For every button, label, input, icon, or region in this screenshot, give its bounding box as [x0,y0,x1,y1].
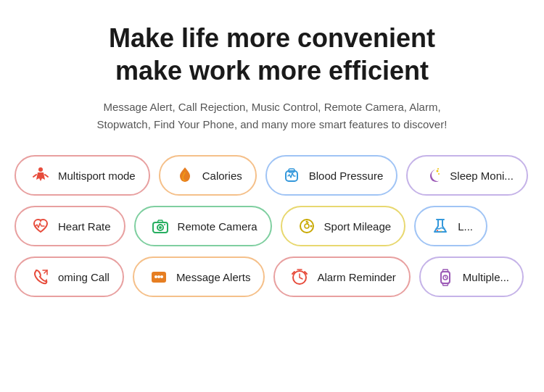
multisport-icon [29,164,52,187]
sportmileage-label: Sport Mileage [324,220,392,233]
pill-remotecamera[interactable]: Remote Camera [134,206,272,246]
svg-point-5 [437,168,439,170]
incomingcall-label: oming Call [58,271,110,283]
remotecamera-icon [149,214,172,238]
features-section: Multisport mode Calories [15,155,529,297]
features-row-1: Multisport mode Calories [15,155,529,196]
lab-label: L... [458,220,473,233]
svg-point-15 [440,230,442,232]
svg-point-18 [157,275,160,278]
svg-point-8 [159,226,162,229]
bloodpressure-icon [280,164,303,187]
svg-point-17 [154,275,157,278]
features-row-3: oming Call Message Alerts [15,257,529,297]
calories-label: Calories [202,170,242,182]
heartrate-label: Heart Rate [58,220,111,233]
svg-point-3 [437,170,439,172]
sportmileage-icon [295,214,318,238]
svg-point-13 [310,225,312,228]
multiple-label: Multiple... [463,271,509,283]
alarm-label: Alarm Reminder [317,271,395,283]
pill-alarm[interactable]: Alarm Reminder [273,257,410,297]
pill-heartrate[interactable]: Heart Rate [15,206,125,246]
headline: Make life more convenient make work more… [109,22,435,87]
svg-point-14 [437,230,438,231]
incomingcall-icon [29,265,52,288]
svg-point-4 [438,173,440,175]
svg-point-19 [160,275,163,278]
messagealerts-label: Message Alerts [176,271,251,283]
pill-lab[interactable]: L... [414,206,487,246]
multiple-icon [434,265,457,288]
lab-icon [429,214,452,238]
pill-multisport[interactable]: Multisport mode [15,155,150,196]
remotecamera-label: Remote Camera [178,220,257,233]
page: Make life more convenient make work more… [0,0,544,392]
alarm-icon [288,265,311,288]
pill-bloodpressure[interactable]: Blood Pressure [265,155,398,196]
messagealerts-icon [147,265,170,288]
svg-point-9 [164,224,165,225]
bloodpressure-label: Blood Pressure [309,170,384,182]
sleep-icon [421,164,444,187]
multisport-label: Multisport mode [58,170,136,182]
svg-point-11 [305,224,309,228]
svg-point-0 [38,167,43,172]
subtext: Message Alert, Call Rejection, Music Con… [83,99,461,133]
pill-sleep[interactable]: Sleep Moni... [406,155,528,196]
pill-incomingcall[interactable]: oming Call [15,257,124,297]
features-row-2: Heart Rate Remote Camera [15,206,529,246]
sleep-label: Sleep Moni... [450,170,514,182]
headline-line2: make work more efficient [115,56,429,86]
calories-icon [173,164,197,187]
pill-calories[interactable]: Calories [159,155,257,196]
pill-sportmileage[interactable]: Sport Mileage [281,206,406,246]
pill-multiple[interactable]: Multiple... [419,257,524,297]
pill-messagealerts[interactable]: Message Alerts [133,257,265,297]
heartrate-icon [29,214,52,238]
headline-line1: Make life more convenient [109,23,435,53]
